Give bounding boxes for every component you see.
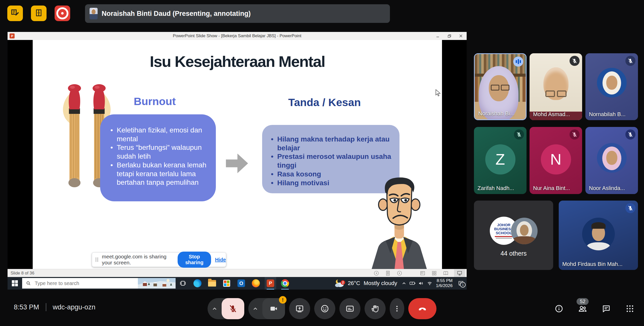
stop-sharing-button[interactable]: Stop sharing xyxy=(178,252,211,268)
whiteboard-tool-button[interactable] xyxy=(31,6,47,21)
taskbar-outlook[interactable]: O xyxy=(235,277,247,290)
mic-toggle-button[interactable] xyxy=(222,298,244,319)
participant-name: Mohd Asmad... xyxy=(533,111,570,118)
pen-board-icon xyxy=(11,8,20,18)
taskbar-store[interactable] xyxy=(221,277,232,290)
more-options-button[interactable] xyxy=(390,298,404,319)
annotation-tool-button[interactable] xyxy=(7,6,23,21)
phone-down-icon xyxy=(417,304,427,314)
participants-count-badge: 52 xyxy=(577,298,589,305)
avatar xyxy=(597,143,627,173)
taskbar-firefox[interactable] xyxy=(250,277,262,290)
taskbar-powerpoint[interactable]: P xyxy=(265,277,276,290)
participant-tile-mohd-asmad[interactable]: Mohd Asmad... xyxy=(530,53,582,120)
slide-menu-button[interactable] xyxy=(385,270,391,276)
volume-icon[interactable] xyxy=(417,277,425,290)
chat-button[interactable] xyxy=(601,302,611,316)
camera-toggle-button[interactable]: ! xyxy=(262,298,285,319)
burnout-bullet: Terus “berfungsi” walaupun sudah letih xyxy=(117,143,207,161)
search-input[interactable] xyxy=(34,280,131,287)
tanda-bullet: Hilang makna terhadap kerja atau belajar xyxy=(277,135,393,152)
slideshow-view-button[interactable] xyxy=(454,269,465,277)
captions-button[interactable] xyxy=(339,298,360,319)
grid-icon xyxy=(625,304,634,313)
restore-icon xyxy=(448,34,451,38)
avatar-initial: N xyxy=(541,144,571,174)
previous-slide-button[interactable] xyxy=(373,270,380,276)
minimize-icon xyxy=(436,34,439,37)
mic-control-group xyxy=(208,298,244,319)
folder-icon xyxy=(208,280,216,287)
start-button[interactable] xyxy=(8,277,22,290)
recording-button[interactable] xyxy=(55,6,70,21)
activities-button[interactable] xyxy=(625,302,635,316)
mic-off-icon xyxy=(625,56,635,66)
next-slide-button[interactable] xyxy=(396,270,403,276)
participant-tile-noraishah[interactable]: Noraishah Bi... xyxy=(474,53,527,120)
taskbar-chrome[interactable] xyxy=(279,277,291,290)
participant-name: Mohd Firdaus Bin Mah... xyxy=(562,261,623,267)
divider xyxy=(46,303,46,311)
tanda-bullet: Hilang motivasi xyxy=(277,179,329,188)
camera-options-button[interactable] xyxy=(248,298,262,319)
meeting-details-button[interactable] xyxy=(554,302,564,316)
mic-off-icon xyxy=(570,56,580,66)
participant-tile-nur-aina[interactable]: N Nur Aina Bint... xyxy=(530,127,582,194)
taskbar-edge[interactable] xyxy=(192,277,203,290)
meeting-panel-buttons: 52 xyxy=(554,302,635,316)
participant-tile-zarifah[interactable]: Z Zarifah Nadh... xyxy=(474,127,527,194)
taskbar-weather[interactable]: 2 26°CMostly cloudy xyxy=(334,279,397,288)
hide-link[interactable]: Hide xyxy=(215,257,226,263)
close-icon xyxy=(459,34,462,37)
participant-tile-nornabilah[interactable]: Nornabilah B... xyxy=(585,53,638,120)
leave-call-button[interactable] xyxy=(408,298,436,319)
reactions-button[interactable] xyxy=(314,298,335,319)
burnout-box: •Keletihan fizikal, emosi dan mental •Te… xyxy=(100,114,216,201)
drag-handle-icon[interactable] xyxy=(96,257,98,262)
wifi-icon[interactable] xyxy=(425,277,434,290)
clock-date: 1/6/2026 xyxy=(436,283,453,288)
presenter-avatar xyxy=(90,8,98,19)
mic-off-icon xyxy=(625,129,635,139)
screen: Noraishah Binti Daud (Presenting, annota… xyxy=(0,0,644,326)
minimize-button[interactable] xyxy=(432,32,444,40)
task-view-button[interactable] xyxy=(177,277,189,290)
tanda-bullet: Rasa kosong xyxy=(277,170,321,179)
present-button[interactable] xyxy=(289,298,310,319)
mic-options-button[interactable] xyxy=(208,298,222,319)
battery-icon[interactable] xyxy=(408,277,417,290)
reading-view-button[interactable] xyxy=(442,270,449,276)
action-center-button[interactable]: 1 xyxy=(455,277,467,290)
mic-off-icon xyxy=(514,129,524,139)
normal-view-button[interactable] xyxy=(419,270,426,276)
slide-sorter-button[interactable] xyxy=(431,270,437,276)
tray-expand-button[interactable] xyxy=(400,277,408,290)
arrow-shape xyxy=(226,154,248,173)
avatar xyxy=(582,218,615,250)
restore-button[interactable] xyxy=(444,32,455,40)
chrome-icon xyxy=(281,279,289,287)
slide: Isu Kesejahteraan Mental xyxy=(33,40,442,269)
show-everyone-button[interactable]: 52 xyxy=(578,302,588,316)
participant-tile-mohd-firdaus[interactable]: Mohd Firdaus Bin Mah... xyxy=(559,201,638,270)
left-heading: Burnout xyxy=(108,95,201,108)
burnout-bullet: Berlaku bukan kerana lemah tetapi kerana… xyxy=(117,161,207,187)
speaking-indicator-icon xyxy=(513,57,523,67)
others-tile[interactable]: JOHORBUSINESSSCHOOL 44 others xyxy=(474,201,553,270)
shared-screen-window: P PowerPoint Slide Show - [Bekerja Sambi… xyxy=(8,32,467,277)
sad-man-cartoon xyxy=(365,174,433,269)
close-button[interactable] xyxy=(455,32,467,40)
taskbar-file-explorer[interactable] xyxy=(206,277,218,290)
captions-icon xyxy=(345,304,354,313)
slide-counter: Slide 8 of 36 xyxy=(11,271,34,276)
search-weather-image[interactable] xyxy=(138,278,176,289)
participant-tile-noor-aslinda[interactable]: Noor Aslinda... xyxy=(585,127,638,194)
taskbar-search[interactable] xyxy=(22,278,176,289)
ppt-content-area: Isu Kesejahteraan Mental xyxy=(8,40,467,269)
more-vertical-icon xyxy=(393,305,401,313)
others-avatar xyxy=(511,218,538,244)
outlook-icon: O xyxy=(237,280,245,287)
window-title: PowerPoint Slide Show - [Bekerja Sambil … xyxy=(8,33,467,38)
taskbar-clock[interactable]: 8:55 PM 1/6/2026 xyxy=(436,278,453,289)
raise-hand-button[interactable] xyxy=(365,298,386,319)
